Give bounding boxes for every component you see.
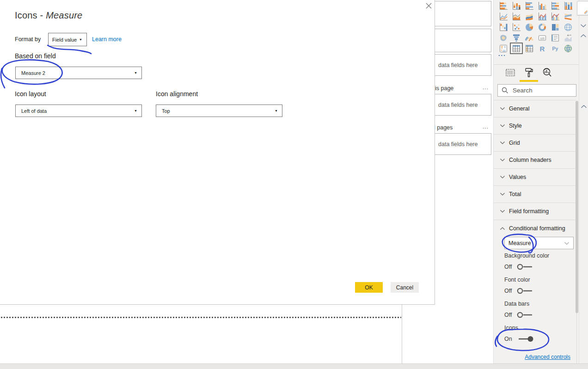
viz-icon-multi-row-card[interactable] [550, 33, 561, 43]
format-by-label: Format by [15, 36, 41, 43]
format-section-values[interactable]: Values [494, 168, 576, 185]
chevron-down-icon[interactable] [580, 23, 587, 28]
viz-icon-line-chart[interactable] [498, 12, 509, 21]
dialog-title: Icons - Measure [15, 10, 82, 21]
viz-icon-scatter-chart[interactable] [511, 22, 522, 32]
viz-icon-filled-map[interactable] [498, 33, 509, 43]
chevron-down-icon [500, 192, 505, 196]
tab-analytics[interactable] [541, 68, 554, 80]
toggle-off[interactable] [516, 311, 535, 319]
format-section-style[interactable]: Style [494, 117, 576, 134]
ok-button[interactable]: OK [355, 282, 383, 293]
viz-icon-matrix[interactable] [524, 43, 535, 53]
close-icon[interactable] [424, 1, 433, 10]
visualizations-pane: 123RPy ... GeneralStyleGridColumn header… [493, 0, 579, 363]
filter-drop-well[interactable]: data fields here [431, 54, 491, 76]
viz-icon-line-and-stacked-column-chart[interactable] [537, 12, 548, 21]
viz-icon-card[interactable]: 123 [537, 33, 548, 43]
filter-drop-well[interactable]: data fields here [431, 94, 491, 116]
viz-icon-funnel[interactable] [511, 33, 522, 43]
svg-text:R: R [540, 44, 545, 52]
viz-icon-stacked-bar-chart[interactable] [498, 1, 509, 11]
icons-measure-dialog: Icons - Measure Format by Field value ▼ … [0, 0, 435, 305]
viz-icon-pie-chart[interactable] [524, 22, 535, 32]
filter-drop-placeholder: data fields here [431, 102, 478, 108]
tab-fields[interactable] [504, 68, 517, 80]
table-visual-right-border [402, 304, 402, 363]
advanced-controls-link[interactable]: Advanced controls [525, 354, 570, 360]
chevron-up-icon[interactable] [580, 33, 587, 38]
viz-icon-table[interactable] [511, 43, 522, 53]
format-section-general[interactable]: General [494, 100, 576, 117]
viz-icon-map[interactable] [563, 22, 574, 32]
toggle-on[interactable] [516, 335, 535, 343]
format-pane-scrollbar[interactable] [576, 101, 578, 313]
format-by-dropdown[interactable]: Field value ▼ [48, 33, 87, 46]
viz-icon-donut-chart[interactable] [537, 22, 548, 32]
icon-alignment-value: Top [156, 108, 170, 114]
toggle-state-label: On [504, 336, 514, 342]
format-section-column-headers[interactable]: Column headers [494, 151, 576, 168]
filter-well[interactable] [431, 1, 491, 26]
format-section-grid[interactable]: Grid [494, 134, 576, 151]
chevron-down-icon [500, 141, 505, 145]
search-box[interactable] [497, 84, 576, 97]
format-section-field-formatting[interactable]: Field formatting [494, 203, 576, 220]
viz-icon-stacked-area-chart[interactable] [524, 12, 535, 21]
conditional-formatting-toggles: Background colorOffFont colorOffData bar… [504, 252, 574, 349]
conditional-formatting-field-dropdown[interactable]: Measure [504, 237, 574, 249]
table-visual-dotted-border [1, 317, 401, 318]
caret-down-icon: ▼ [79, 38, 86, 41]
chevron-down-icon [500, 158, 505, 162]
cf-toggle-row[interactable]: Off [504, 263, 574, 271]
filters-all-pages-more-icon[interactable]: ... [483, 123, 489, 130]
learn-more-link[interactable]: Learn more [92, 36, 122, 43]
more-visuals-button[interactable]: ... [498, 52, 506, 56]
toggle-off[interactable] [516, 287, 535, 295]
cf-toggle-row[interactable]: Off [504, 287, 574, 295]
viz-icon-kpi[interactable] [563, 33, 574, 43]
viz-icon-gauge[interactable] [524, 33, 535, 43]
icon-alignment-label: Icon alignment [156, 90, 198, 98]
based-on-field-value: Measure 2 [16, 70, 45, 76]
icon-layout-value: Left of data [16, 108, 47, 114]
cancel-button[interactable]: Cancel [391, 282, 419, 293]
based-on-field-dropdown[interactable]: Measure 2 ▼ [15, 67, 142, 79]
filters-this-page-more-icon[interactable]: ... [483, 84, 489, 91]
viz-icon-ribbon-chart[interactable] [563, 12, 574, 21]
svg-text:Py: Py [552, 46, 558, 51]
icon-alignment-dropdown[interactable]: Top ▼ [156, 105, 282, 117]
scroll-up-chevron-icon[interactable] [580, 104, 588, 109]
search-input[interactable] [512, 86, 569, 94]
filter-well[interactable] [431, 29, 491, 52]
viz-icon-100-stacked-bar-chart[interactable] [550, 1, 561, 11]
viz-icon-waterfall-chart[interactable] [498, 22, 509, 32]
tab-format[interactable] [522, 68, 535, 80]
viz-icon-100-stacked-column-chart[interactable] [563, 1, 574, 11]
cf-toggle-row[interactable]: Off [504, 311, 574, 319]
chevron-down-icon [500, 124, 505, 128]
viz-icon-arcgis-map[interactable] [563, 43, 574, 53]
viz-icon-python-script[interactable]: Py [550, 43, 561, 53]
viz-icon-line-and-clustered-column-chart[interactable] [550, 12, 561, 21]
format-section-total[interactable]: Total [494, 185, 576, 203]
icon-layout-dropdown[interactable]: Left of data ▼ [15, 105, 142, 117]
caret-down-icon: ▼ [275, 109, 282, 112]
cf-group-font-color: Font colorOff [504, 277, 574, 295]
toggle-off[interactable] [516, 263, 535, 271]
viz-icon-area-chart[interactable] [511, 12, 522, 21]
cf-group-label: Data bars [504, 301, 574, 307]
visualization-gallery: 123RPy [498, 1, 576, 54]
cropped-chart-fragment-icon [577, 1, 588, 15]
format-section-conditional-formatting[interactable]: Conditional formatting [494, 220, 576, 237]
viz-icon-r-script[interactable]: R [537, 43, 548, 53]
cf-toggle-row[interactable]: On [504, 335, 574, 343]
cf-group-icons: IconsOn [504, 325, 574, 343]
cf-group-label: Background color [504, 252, 574, 259]
viz-icon-clustered-column-chart[interactable] [537, 1, 548, 11]
viz-icon-stacked-column-chart[interactable] [511, 1, 522, 11]
filter-drop-well[interactable]: data fields here [431, 133, 491, 155]
icon-layout-label: Icon layout [15, 90, 46, 98]
viz-icon-treemap[interactable] [550, 22, 561, 32]
viz-icon-clustered-bar-chart[interactable] [524, 1, 535, 11]
